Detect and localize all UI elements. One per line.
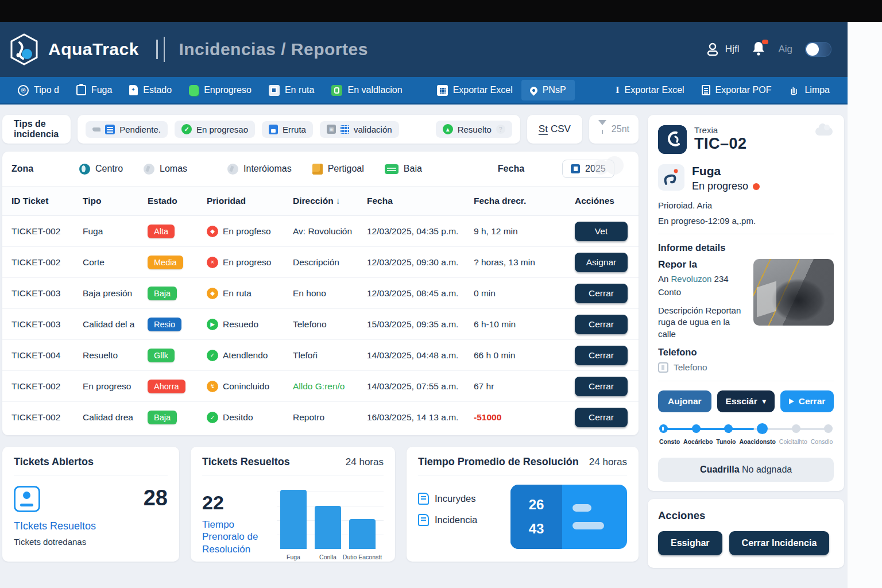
status-cell: ×En progreso xyxy=(207,257,293,268)
chip-en-progreso[interactable]: ✓En progresao xyxy=(175,121,255,138)
ticket-tipo: Baja presión xyxy=(83,288,148,299)
step-dot[interactable] xyxy=(824,424,833,433)
ticket-id: TICKET-003 xyxy=(11,288,83,299)
step-label: Coicitalhto xyxy=(779,438,807,445)
cerrar-incidencia-button[interactable]: Cerrar Incidencia xyxy=(729,531,830,555)
table-row[interactable]: TICKET-004 Resuelto Gllk ✓Atendlendo Tle… xyxy=(2,340,639,371)
col-id[interactable]: ID Ticket xyxy=(11,196,83,206)
table-row[interactable]: TICKET-002 Calidad drea Baja ✓Desitdo Re… xyxy=(2,402,639,433)
status-burst-icon: × xyxy=(207,257,218,268)
nav-item-exportar-excel[interactable]: Exportar Excel xyxy=(428,85,521,96)
zona-item-pertigoal[interactable]: Pertigoal xyxy=(312,164,364,175)
step-dot[interactable] xyxy=(724,424,733,433)
chip-pendiente[interactable]: Pendiente. xyxy=(86,121,168,138)
phone-row[interactable]: Telefono xyxy=(658,362,834,381)
bar-fuga[interactable]: Fuga xyxy=(280,487,307,549)
row-action-button[interactable]: Cerrar xyxy=(575,284,628,303)
user-menu[interactable]: Hjfl xyxy=(706,42,740,57)
table-row[interactable]: TICKET-003 Calidad del a Resio ▶Resuedo … xyxy=(2,309,639,340)
bar-chart: Fuga Conlla Dutio Eaconstt xyxy=(271,479,384,563)
col-estado[interactable]: Estado xyxy=(148,196,207,206)
mode-label: Aig xyxy=(778,44,792,55)
bar-conlla[interactable]: Conlla xyxy=(315,487,341,549)
ticket-fecha: 12/03/2025, 08:45 a.m. xyxy=(367,288,474,299)
status-check-icon: ✓ xyxy=(207,412,218,423)
notifications-button[interactable] xyxy=(752,41,765,59)
bar-dutio[interactable]: Dutio Eaconstt xyxy=(349,487,376,549)
row-action-button[interactable]: Cerrar xyxy=(575,346,628,365)
assign-button[interactable]: Aujonar xyxy=(658,390,711,412)
status-play-icon: ▶ xyxy=(207,319,218,330)
zona-item-lomas[interactable]: Lomas xyxy=(144,164,187,175)
step-dot-active[interactable] xyxy=(757,423,768,434)
status-bolt-icon: ↯ xyxy=(207,381,218,392)
tips-incidencia-card[interactable]: Tips de incidencia xyxy=(2,115,71,144)
col-acciones[interactable]: Acciónes xyxy=(575,196,629,206)
report-line2: Conto xyxy=(658,287,748,297)
nav-item-exportar-pdf[interactable]: Exportar POF xyxy=(693,85,780,95)
step-dot[interactable] xyxy=(692,424,701,433)
col-fecha[interactable]: Fecha xyxy=(367,196,474,206)
hbar-incidencia xyxy=(572,522,604,529)
zona-item-centro[interactable]: Centro xyxy=(79,164,123,175)
clean-hand-icon xyxy=(788,84,799,96)
status-cell: ▶Resuedo xyxy=(207,319,293,330)
top-black-strip xyxy=(0,0,882,22)
nav-item-fuga[interactable]: Fuga xyxy=(68,85,121,95)
step-dot[interactable] xyxy=(659,424,668,433)
row-action-button[interactable]: Cerrar xyxy=(575,315,628,334)
row-action-button[interactable]: Asignar xyxy=(575,253,628,272)
table-row[interactable]: TICKET-002 Fuga Alta ◆En progfeso Av: Ro… xyxy=(2,216,639,247)
legend-incidencia[interactable]: Incidencia xyxy=(418,514,501,526)
card-title: Tickets Ablertos xyxy=(14,456,94,468)
nav-item-pnsp[interactable]: PNsP xyxy=(521,80,575,100)
close-button[interactable]: Cerrar xyxy=(780,390,834,412)
nav-item-estado[interactable]: Estado xyxy=(121,85,180,95)
ticket-card-icon xyxy=(14,486,40,512)
nav-item-tipo[interactable]: ℗Tipo d xyxy=(9,85,68,96)
nav-item-enprogreso[interactable]: Enprogreso xyxy=(180,85,260,96)
type-icon: ℗ xyxy=(18,85,29,96)
address-link[interactable]: Revoluzon xyxy=(671,274,712,284)
step-dot[interactable] xyxy=(792,424,800,433)
essighar-button[interactable]: Essighar xyxy=(658,531,722,555)
export-csv-button[interactable]: StCSV xyxy=(527,115,582,144)
incident-photo[interactable] xyxy=(753,259,834,326)
app-window: AquaTrack Incidencias / Reportes Hjfl xyxy=(0,22,848,588)
ticket-id: TICKET-003 xyxy=(11,319,83,330)
nav-item-envalidacion[interactable]: En valdlacion xyxy=(323,85,411,96)
chip-resuelto[interactable]: ▲Resuelto? xyxy=(436,121,512,138)
table-row[interactable]: TICKET-003 Baja presión Baja ◆En ruta En… xyxy=(2,278,639,309)
chip-en-ruta[interactable]: Erruta xyxy=(262,121,313,138)
ticket-duracion: 67 hr xyxy=(474,381,575,392)
col-tipo[interactable]: Tipo xyxy=(83,196,148,206)
legend-incurydes[interactable]: Incurydes xyxy=(418,493,501,505)
tickets-sub-label: Tickets dotredanas xyxy=(14,537,168,547)
escalate-button[interactable]: Essciár▾ xyxy=(717,390,775,412)
chip-validacion[interactable]: ▣validación xyxy=(320,121,399,138)
col-direccion[interactable]: Dirección ↓ xyxy=(293,196,367,206)
ticket-code: TIC–02 xyxy=(694,135,747,153)
col-fecha-drecr[interactable]: Fecha drecr. xyxy=(474,196,575,206)
calendar-year-icon xyxy=(571,164,580,173)
page-size-button[interactable]: 25nt xyxy=(589,115,639,144)
zona-item-baia[interactable]: Baia xyxy=(385,164,422,174)
progress-stepper[interactable]: Consto Aocáricbo Tunoio Aoacidonsto Coic… xyxy=(658,424,834,445)
tickets-resueltos-link[interactable]: TIckets Resueltos xyxy=(14,520,168,532)
row-action-button[interactable]: Cerrar xyxy=(575,408,628,427)
nav-item-limpiar[interactable]: Limpa xyxy=(780,84,838,96)
validation-icon xyxy=(331,85,342,96)
incident-type: Fuga xyxy=(692,164,760,178)
help-ghost-icon: ? xyxy=(496,125,505,134)
nav-item-enruta[interactable]: En ruta xyxy=(260,85,323,96)
zona-item-interoiomas[interactable]: Interóiomas xyxy=(227,164,292,175)
row-action-button[interactable]: Cerrar xyxy=(575,377,628,396)
cuadrilla-banner[interactable]: Cuadrilla No adgnada xyxy=(658,458,834,482)
row-action-button[interactable]: Vet xyxy=(575,222,628,241)
table-row[interactable]: TICKET-002 En progreso Ahorra ↯Coninclui… xyxy=(2,371,639,402)
ticket-id: TICKET-002 xyxy=(11,412,83,423)
theme-toggle[interactable] xyxy=(805,42,831,57)
nav-item-exportar-excel-2[interactable]: IExportar Excel xyxy=(607,84,693,96)
table-row[interactable]: TICKET-002 Corte Media ×En progreso Desc… xyxy=(2,247,639,278)
col-prioridad[interactable]: Prioridad xyxy=(207,196,293,206)
